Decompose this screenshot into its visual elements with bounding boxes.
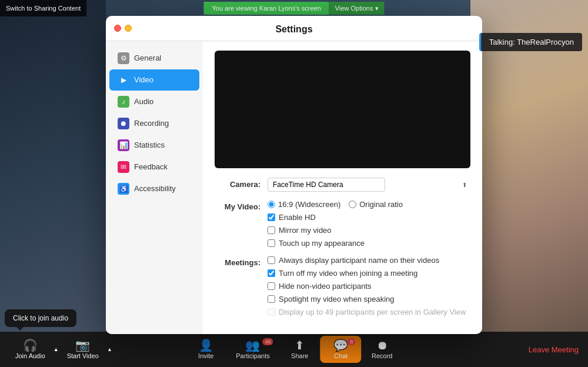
participants-icon: 👥 [245,339,260,351]
camera-row: Camera: FaceTime HD Camera ⬆︎ [215,178,470,192]
modal-body: ⚙ General ▶ Video ♪ Audio ⏺ Recording 📊 [106,41,482,334]
turn-off-video-label: Turn off my video when joining a meeting [279,269,417,278]
statistics-icon: 📊 [118,139,129,151]
toolbar-right: Leave Meeting [529,344,588,355]
viewing-banner: You are viewing Karan Lyons's screen Vie… [203,2,384,15]
join-audio-icon: 🎧 [23,339,38,351]
turn-off-video-checkbox-label[interactable]: Turn off my video when joining a meeting [268,269,470,278]
minimize-button[interactable] [125,25,132,32]
camera-controls: FaceTime HD Camera ⬆︎ [268,178,470,192]
chat-button[interactable]: 8 💬 Chat [320,336,362,363]
share-icon: ⬆ [295,339,305,351]
participants-button[interactable]: 46 👥 Participants [226,336,279,363]
spotlight-video-label: Spotlight my video when speaking [279,295,395,303]
share-button[interactable]: ⬆ Share [279,336,320,363]
invite-label: Invite [198,352,213,359]
hide-non-video-checkbox-label[interactable]: Hide non-video participants [268,282,470,291]
sidebar-label-statistics: Statistics [134,141,165,149]
close-button[interactable] [114,25,121,32]
widescreen-radio[interactable] [268,201,275,208]
join-audio-button[interactable]: 🎧 Join Audio [9,336,51,363]
turn-off-video-checkbox[interactable] [268,269,275,277]
enable-hd-label: Enable HD [279,213,316,222]
start-video-label: Start Video [67,352,99,359]
mirror-video-label: Mirror my video [279,226,332,235]
touch-up-checkbox[interactable] [268,239,275,247]
record-label: Record [372,352,392,359]
feedback-icon: ✉ [118,161,129,173]
widescreen-radio-label[interactable]: 16:9 (Widescreen) [268,200,340,209]
my-video-label: My Video: [215,200,268,211]
mirror-video-checkbox-label[interactable]: Mirror my video [268,226,470,235]
original-ratio-label: Original ratio [359,200,403,209]
camera-select[interactable]: FaceTime HD Camera [268,178,385,192]
toolbar-center: 👤 Invite 46 👥 Participants ⬆ Share 8 💬 C… [185,336,402,363]
record-icon: ⏺ [376,339,388,351]
viewing-text: You are viewing Karan Lyons's screen [203,2,329,15]
toolbar-left: 🎧 Join Audio ▲ 📷 Start Video ▲ [0,336,115,363]
spotlight-video-checkbox[interactable] [268,295,275,303]
record-button[interactable]: ⏺ Record [362,336,403,363]
hide-non-video-checkbox[interactable] [268,282,275,290]
sidebar-item-feedback[interactable]: ✉ Feedback [109,156,199,178]
leave-meeting-button[interactable]: Leave Meeting [529,345,579,354]
invite-button[interactable]: 👤 Invite [185,336,226,363]
gallery-view-label: Display up to 49 participants per screen… [279,308,466,316]
gallery-view-checkbox-label: Display up to 49 participants per screen… [268,308,470,316]
chat-icon: 💬 [333,339,348,351]
sidebar-item-general[interactable]: ⚙ General [109,48,199,69]
meetings-controls: Always display participant name on their… [268,256,470,316]
display-name-checkbox-label[interactable]: Always display participant name on their… [268,256,470,265]
view-options-button[interactable]: View Options ▾ [329,2,385,15]
display-name-checkbox[interactable] [268,256,275,264]
start-video-button[interactable]: 📷 Start Video [61,336,105,363]
join-audio-group: 🎧 Join Audio ▲ [9,336,61,363]
participants-label: Participants [236,352,269,359]
sidebar-item-audio[interactable]: ♪ Audio [109,91,199,112]
video-icon: ▶ [118,74,129,86]
invite-icon: 👤 [199,339,213,351]
ratio-radio-group: 16:9 (Widescreen) Original ratio [268,200,470,209]
accessibility-icon: ♿ [118,183,129,195]
start-video-group: 📷 Start Video ▲ [61,336,115,363]
audio-icon: ♪ [118,96,129,108]
toolbar: 🎧 Join Audio ▲ 📷 Start Video ▲ 👤 Invite … [0,332,588,367]
share-label: Share [291,352,308,359]
switch-content-button[interactable]: Switch to Sharing Content [0,0,86,16]
talking-badge: Talking: TheRealProcyon [479,33,582,51]
start-video-arrow[interactable]: ▲ [105,343,115,356]
settings-content: Camera: FaceTime HD Camera ⬆︎ My Video: [203,41,482,334]
mirror-video-checkbox[interactable] [268,226,275,234]
recording-icon: ⏺ [118,118,129,129]
display-name-label: Always display participant name on their… [279,256,439,265]
video-preview [215,51,470,168]
sidebar-label-general: General [134,54,161,62]
camera-label: Camera: [215,178,268,189]
sidebar-item-recording[interactable]: ⏺ Recording [109,113,199,134]
settings-modal: Settings ⚙ General ▶ Video ♪ Audio ⏺ [106,16,482,334]
start-video-icon: 📷 [75,339,90,351]
sidebar-label-accessibility: Accessibility [134,184,176,193]
meetings-label: Meetings: [215,256,268,267]
my-video-controls: 16:9 (Widescreen) Original ratio Enable … [268,200,470,248]
join-audio-popup[interactable]: Click to join audio [5,309,76,327]
sidebar-item-video[interactable]: ▶ Video [109,69,199,91]
enable-hd-checkbox[interactable] [268,213,275,221]
enable-hd-checkbox-label[interactable]: Enable HD [268,213,470,222]
sidebar-label-recording: Recording [134,119,169,128]
touch-up-checkbox-label[interactable]: Touch up my appearance [268,239,470,248]
camera-select-wrapper: FaceTime HD Camera ⬆︎ [268,178,470,192]
sidebar-item-statistics[interactable]: 📊 Statistics [109,135,199,156]
sidebar-label-feedback: Feedback [134,162,168,171]
spotlight-video-checkbox-label[interactable]: Spotlight my video when speaking [268,295,470,303]
sidebar: ⚙ General ▶ Video ♪ Audio ⏺ Recording 📊 [106,41,203,334]
gallery-view-checkbox [268,308,275,316]
join-audio-arrow[interactable]: ▲ [51,343,61,356]
chat-badge: 8 [348,338,356,345]
original-ratio-radio[interactable] [349,201,356,208]
sidebar-item-accessibility[interactable]: ♿ Accessibility [109,178,199,199]
sidebar-label-video: Video [134,75,153,84]
modal-header: Settings [106,16,482,41]
original-ratio-radio-label[interactable]: Original ratio [349,200,403,209]
modal-overlay: Settings ⚙ General ▶ Video ♪ Audio ⏺ [0,18,588,332]
